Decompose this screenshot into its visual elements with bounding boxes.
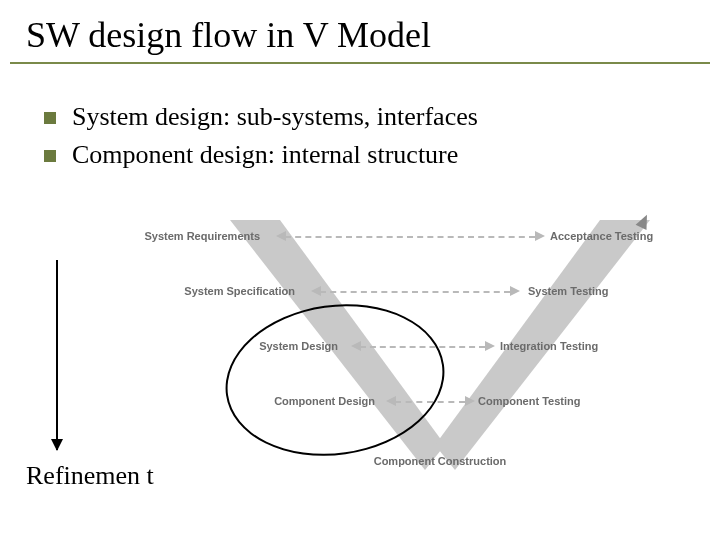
stage-system-testing: System Testing [528, 285, 668, 297]
refinement-label: Refinemen t [26, 462, 166, 491]
arrowhead-right-icon [485, 341, 495, 351]
arrowhead-left-icon [276, 231, 286, 241]
square-bullet-icon [44, 112, 56, 124]
stage-system-requirements: System Requirements [120, 230, 260, 242]
bullet-item: System design: sub-systems, interfaces [44, 102, 720, 132]
refinement-arrow-icon [56, 260, 58, 450]
stage-system-specification: System Specification [155, 285, 295, 297]
bullet-text: System design: sub-systems, interfaces [72, 102, 478, 132]
arrowhead-left-icon [311, 286, 321, 296]
v-model-diagram: System Requirements System Specification… [170, 210, 710, 510]
stage-integration-testing: Integration Testing [500, 340, 640, 352]
stage-component-testing: Component Testing [478, 395, 618, 407]
arrowhead-right-icon [465, 396, 475, 406]
arrowhead-right-icon [535, 231, 545, 241]
slide-title: SW design flow in V Model [10, 0, 710, 64]
stage-component-construction: Component Construction [360, 455, 520, 467]
dashed-link-icon [285, 236, 535, 238]
arrowhead-right-icon [510, 286, 520, 296]
bullet-text: Component design: internal structure [72, 140, 458, 170]
stage-acceptance-testing: Acceptance Testing [550, 230, 690, 242]
square-bullet-icon [44, 150, 56, 162]
dashed-link-icon [320, 291, 510, 293]
bullet-item: Component design: internal structure [44, 140, 720, 170]
bullet-list: System design: sub-systems, interfaces C… [44, 102, 720, 170]
